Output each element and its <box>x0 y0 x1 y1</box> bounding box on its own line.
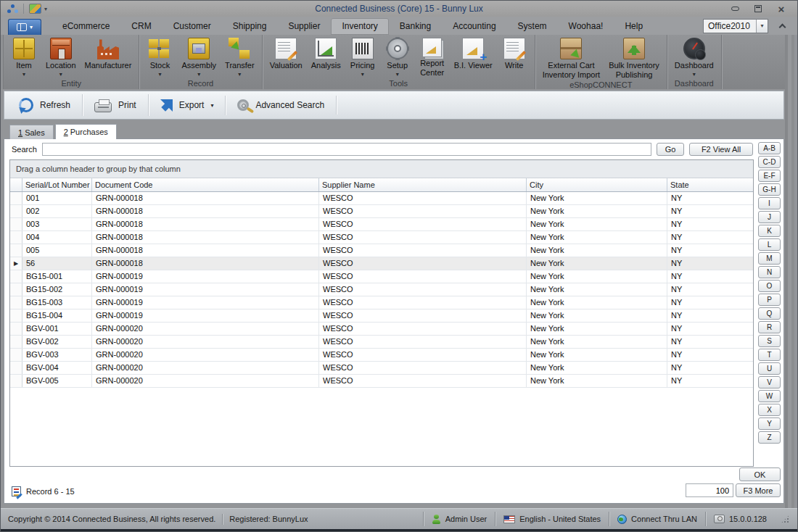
alpha-button-x[interactable]: X <box>758 404 781 416</box>
alpha-button-g-h[interactable]: G-H <box>758 183 781 196</box>
dropdown-arrow-icon[interactable]: ▾ <box>756 20 768 33</box>
ribbon-dashboard-button[interactable]: Dashboard▾ <box>671 36 717 78</box>
table-row[interactable]: BG15-002GRN-000019WESCONew YorkNY <box>10 283 753 296</box>
menu-tab-shipping[interactable]: Shipping <box>222 18 278 35</box>
table-row[interactable]: BGV-003GRN-000020WESCONew YorkNY <box>10 349 753 362</box>
alpha-button-s[interactable]: S <box>758 335 781 347</box>
ribbon-setup-button[interactable]: Setup▾ <box>381 36 414 78</box>
alpha-button-i[interactable]: I <box>758 197 781 209</box>
globe-icon <box>617 515 627 524</box>
alpha-button-j[interactable]: J <box>758 211 781 223</box>
status-15-0-0-128[interactable]: 15.0.0.128 <box>705 512 775 526</box>
table-row[interactable]: 002GRN-000018WESCONew YorkNY <box>10 205 753 218</box>
ribbon-manufacturer-button[interactable]: Manufacturer <box>81 36 136 70</box>
ribbon-assembly-button[interactable]: Assembly▾ <box>178 36 220 78</box>
cell-supplier-name: WESCO <box>319 270 527 283</box>
menu-tab-inventory[interactable]: Inventory <box>331 18 388 35</box>
quick-access-button[interactable]: ▾ <box>29 4 47 14</box>
view-all-button[interactable]: F2 View All <box>689 143 753 156</box>
alpha-button-m[interactable]: M <box>758 252 781 265</box>
ribbon-pricing-button[interactable]: Pricing▾ <box>346 36 379 78</box>
menu-tab-supplier[interactable]: Supplier <box>277 18 331 35</box>
ribbon-transfer-button[interactable]: Transfer▾ <box>221 36 258 78</box>
column-header-serial-lot-number[interactable]: Serial/Lot Number▴ <box>22 178 92 191</box>
menu-tab-banking[interactable]: Banking <box>389 18 442 35</box>
ribbon-b-i-viewer-button[interactable]: B.I. Viewer <box>451 36 496 70</box>
table-row[interactable]: BGV-004GRN-000020WESCONew YorkNY <box>10 362 753 375</box>
menu-tab-woohaa[interactable]: Woohaa! <box>558 18 614 35</box>
menu-tab-accounting[interactable]: Accounting <box>442 18 506 35</box>
table-row[interactable]: BGV-005GRN-000020WESCONew YorkNY <box>10 375 753 388</box>
menu-tab-ecommerce[interactable]: eCommerce <box>52 18 120 35</box>
column-header-supplier-name[interactable]: Supplier Name <box>319 178 527 191</box>
table-row[interactable]: 004GRN-000018WESCONew YorkNY <box>10 231 753 244</box>
alpha-button-w[interactable]: W <box>758 390 781 402</box>
alpha-button-p[interactable]: P <box>758 294 781 306</box>
table-row[interactable]: 003GRN-000018WESCONew YorkNY <box>10 218 753 231</box>
application-menu-button[interactable]: ▾ <box>8 19 41 35</box>
export-button[interactable]: Export▾ <box>149 96 226 115</box>
table-row[interactable]: ▶56GRN-000018WESCONew YorkNY <box>10 257 753 270</box>
table-row[interactable]: BG15-004GRN-000019WESCONew YorkNY <box>10 309 753 323</box>
ribbon-valuation-button[interactable]: Valuation <box>266 36 306 70</box>
group-by-bar[interactable]: Drag a column header to group by that co… <box>10 160 753 178</box>
column-header-city[interactable]: City <box>527 178 667 191</box>
alpha-button-c-d[interactable]: C-D <box>758 156 781 168</box>
menu-tab-crm[interactable]: CRM <box>120 18 162 35</box>
tab-sales[interactable]: 1Sales <box>9 125 54 139</box>
go-button[interactable]: Go <box>657 143 684 156</box>
alpha-button-t[interactable]: T <box>758 349 781 361</box>
print-button[interactable]: Print <box>83 94 149 116</box>
alpha-button-q[interactable]: Q <box>758 307 781 320</box>
minimize-button[interactable] <box>729 3 741 14</box>
search-input[interactable] <box>42 143 651 156</box>
alpha-button-l[interactable]: L <box>758 238 781 251</box>
ribbon-location-button[interactable]: Location▾ <box>42 36 80 78</box>
ribbon-stock-button[interactable]: Stock▾ <box>143 36 176 78</box>
status-english-united-states[interactable]: English - United States <box>495 512 609 526</box>
menu-tab-help[interactable]: Help <box>614 18 654 35</box>
table-row[interactable]: 005GRN-000018WESCONew YorkNY <box>10 244 753 257</box>
menu-tab-system[interactable]: System <box>507 18 558 35</box>
alpha-button-u[interactable]: U <box>758 362 781 375</box>
alpha-button-o[interactable]: O <box>758 280 781 292</box>
column-header-state[interactable]: State <box>667 178 753 191</box>
ribbon-write-button[interactable]: Write <box>498 36 531 70</box>
table-row[interactable]: BG15-001GRN-000019WESCONew YorkNY <box>10 270 753 283</box>
tab-purchases[interactable]: 2Purchases <box>55 124 117 139</box>
alpha-button-y[interactable]: Y <box>758 417 781 430</box>
ribbon-bulk-inventory-publishing-button[interactable]: Bulk Inventory Publishing <box>605 36 663 79</box>
title-bar: ▾ Connected Business (Core) 15 - Bunny L… <box>1 1 797 17</box>
alpha-button-z[interactable]: Z <box>758 431 781 444</box>
alpha-button-v[interactable]: V <box>758 376 781 388</box>
window-controls: × <box>729 3 791 14</box>
advanced-search-button[interactable]: Advanced Search <box>226 96 337 115</box>
alpha-button-r[interactable]: R <box>758 321 781 333</box>
cell-serial-lot-number: BGV-002 <box>22 336 92 348</box>
ribbon-collapse-button[interactable] <box>774 19 790 33</box>
resize-grip[interactable] <box>781 515 790 524</box>
refresh-button[interactable]: Refresh <box>7 94 83 116</box>
ribbon-external-cart-inventory-import-button[interactable]: External Cart Inventory Import <box>539 36 604 79</box>
table-row[interactable]: 001GRN-000018WESCONew YorkNY <box>10 192 753 205</box>
table-row[interactable]: BG15-003GRN-000019WESCONew YorkNY <box>10 296 753 309</box>
ok-button[interactable]: OK <box>739 467 781 481</box>
close-button[interactable]: × <box>776 3 787 14</box>
status-admin-user[interactable]: Admin User <box>423 512 495 526</box>
alpha-button-e-f[interactable]: E-F <box>758 170 781 182</box>
more-button[interactable]: F3 More <box>736 483 781 497</box>
maximize-button[interactable] <box>752 3 764 14</box>
ribbon-item-button[interactable]: Item▾ <box>7 36 41 78</box>
ribbon-analysis-button[interactable]: Analysis <box>308 36 345 70</box>
menu-tab-customer[interactable]: Customer <box>163 18 222 35</box>
column-header-document-code[interactable]: Document Code <box>92 178 319 191</box>
rows-per-page-input[interactable] <box>686 483 733 497</box>
theme-selector[interactable]: Office2010 ▾ <box>703 19 768 33</box>
alpha-button-a-b[interactable]: A-B <box>758 142 781 154</box>
ribbon-report-center-button[interactable]: Report Center <box>416 36 449 77</box>
table-row[interactable]: BGV-002GRN-000020WESCONew YorkNY <box>10 336 753 349</box>
table-row[interactable]: BGV-001GRN-000020WESCONew YorkNY <box>10 323 753 336</box>
status-connect-thru-lan[interactable]: Connect Thru LAN <box>609 512 705 526</box>
alpha-button-k[interactable]: K <box>758 225 781 237</box>
alpha-button-n[interactable]: N <box>758 266 781 278</box>
